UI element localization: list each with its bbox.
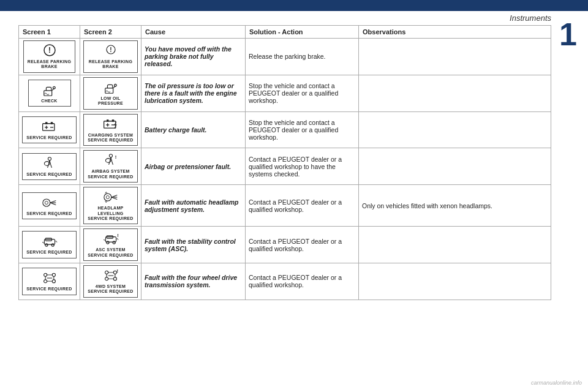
obs-cell [359,75,551,111]
table-row: SERVICE REQUIRED [19,263,551,300]
screen2-cell: LOW OIL PRESSURE [80,75,141,111]
solution-cell: Contact a PEUGEOT dealer or a qualified … [246,227,359,263]
svg-point-32 [104,194,111,201]
svg-point-49 [52,274,55,277]
table-row: SERVICE REQUIRED [19,185,551,227]
svg-rect-17 [107,119,109,122]
svg-point-22 [48,157,51,160]
cause-cell: The oil pressure is too low or there is … [141,75,246,111]
page-title: Instruments [510,13,551,23]
solution-cell: Stop the vehicle and contact a PEUGEOT d… [246,111,359,148]
svg-point-46 [43,280,47,283]
svg-point-47 [52,280,55,283]
screen2-cell: HEADLAMP LEVELLINGSERVICE REQUIRED [80,185,141,227]
airbag-icon2: ! [102,153,119,168]
parking-brake-icon2: ! [102,43,119,58]
col-screen2: Screen 2 [80,26,141,39]
obs-cell [359,227,551,263]
col-screen1: Screen 1 [19,26,80,39]
svg-point-57 [105,271,108,274]
svg-point-55 [105,277,108,281]
svg-point-39 [45,244,47,246]
screen2-icon-box: LOW OIL PRESSURE [83,77,138,110]
oil-check-icon [41,83,58,97]
screen1-cell: ! RELEASE PARKINGBRAKE [19,39,80,75]
screen2-icon-box: ! RELEASE PARKING BRAKE [83,40,138,73]
svg-text:!: ! [116,268,118,274]
svg-point-28 [45,201,48,204]
solution-cell: Stop the vehicle and contact a PEUGEOT d… [246,75,359,111]
table-row: CHECK LOW OIL PRESSURE [19,75,551,111]
obs-cell: Only on vehicles fitted with xenon headl… [359,185,551,227]
screen2-icon-box: ! 4WD SYSTEMSERVICE REQUIRED [83,265,137,298]
svg-rect-11 [45,122,48,124]
screen1-icon-box: SERVICE REQUIRED [22,116,76,143]
col-cause: Cause [141,26,246,39]
4wd-icon1 [41,271,58,285]
svg-point-56 [113,277,116,281]
screen1-cell: SERVICE REQUIRED [19,111,80,148]
svg-text:!: ! [48,46,51,55]
col-solution: Solution - Action [246,26,359,39]
svg-point-6 [53,86,55,89]
table-row: SERVICE REQUIRED ! [19,227,551,263]
svg-rect-12 [50,122,53,124]
screen1-cell: SERVICE REQUIRED [19,185,80,227]
page-header: Instruments [0,11,588,24]
obs-cell [359,148,551,185]
cause-cell: You have moved off with the parking brak… [141,39,246,75]
screen2-cell: ! 4WD SYSTEMSERVICE REQUIRED [80,263,141,300]
obs-cell [359,39,551,75]
screen2-icon-box: ! AIRBAG SYSTEMSERVICE REQUIRED [83,150,137,183]
solution-cell: Contact a PEUGEOT dealer or a qualified … [246,185,359,227]
obs-cell [359,111,551,148]
svg-point-9 [114,84,116,86]
svg-text:!: ! [117,233,119,238]
screen1-icon-box: SERVICE REQUIRED [22,268,76,295]
svg-point-33 [106,196,109,199]
screen2-cell: CHARGING SYSTEMSERVICE REQUIRED [80,111,141,148]
screen1-cell: SERVICE REQUIRED [19,263,80,300]
solution-cell: Release the parking brake. [246,39,359,75]
screen1-icon-box: ! RELEASE PARKINGBRAKE [23,40,75,73]
svg-rect-18 [111,119,114,122]
cause-cell: Fault with the four wheel drive transmis… [141,263,246,300]
asc-icon1 [41,234,58,249]
svg-point-40 [51,244,54,246]
cause-cell: Fault with automatic headlamp adjustment… [141,185,246,227]
screen1-icon-box: SERVICE REQUIRED [22,231,76,258]
parking-brake-icon: ! [41,43,58,58]
screen1-cell: SERVICE REQUIRED [19,227,80,263]
screen1-icon-box: CHECK [28,80,71,107]
warning-table: Screen 1 Screen 2 Cause Solution - Actio… [18,25,551,300]
screen2-cell: ! RELEASE PARKING BRAKE [80,39,141,75]
screen2-icon-box: ! ASC SYSTEMSERVICE REQUIRED [83,228,137,261]
obs-cell [359,263,551,300]
svg-point-27 [42,199,50,206]
top-bar [0,0,588,11]
screen1-icon-box: SERVICE REQUIRED [22,192,76,219]
screen2-cell: ! AIRBAG SYSTEMSERVICE REQUIRED [80,148,141,185]
asc-icon2: ! [102,232,119,246]
svg-point-43 [106,241,108,244]
screen2-cell: ! ASC SYSTEMSERVICE REQUIRED [80,227,141,263]
airbag-icon1 [41,156,58,171]
solution-cell: Contact a PEUGEOT dealer or a qualified … [246,148,359,185]
4wd-icon2: ! [102,268,119,283]
charging-icon [102,117,119,132]
headlamp-icon2 [102,190,119,205]
screen1-icon-box: SERVICE REQUIRED [22,153,76,180]
table-row: SERVICE REQUIRED [19,111,551,148]
col-observations: Observations [359,26,551,39]
solution-cell: Contact a PEUGEOT dealer or a qualified … [246,263,359,300]
headlamp-icon1 [41,195,58,210]
cause-cell: Airbag or pretensioner fault. [141,148,246,185]
cause-cell: Battery charge fault. [141,111,246,148]
svg-point-44 [113,241,115,244]
screen1-cell: SERVICE REQUIRED [19,148,80,185]
svg-text:!: ! [110,47,111,53]
battery-icon [41,119,58,134]
watermark: carmanualonline.info [531,380,582,386]
table-row: ! RELEASE PARKINGBRAKE ! RELEASE PARKING… [19,39,551,75]
table-row: SERVICE REQUIRED ! AIRBAG SYSTEMSERVICE … [19,148,551,185]
